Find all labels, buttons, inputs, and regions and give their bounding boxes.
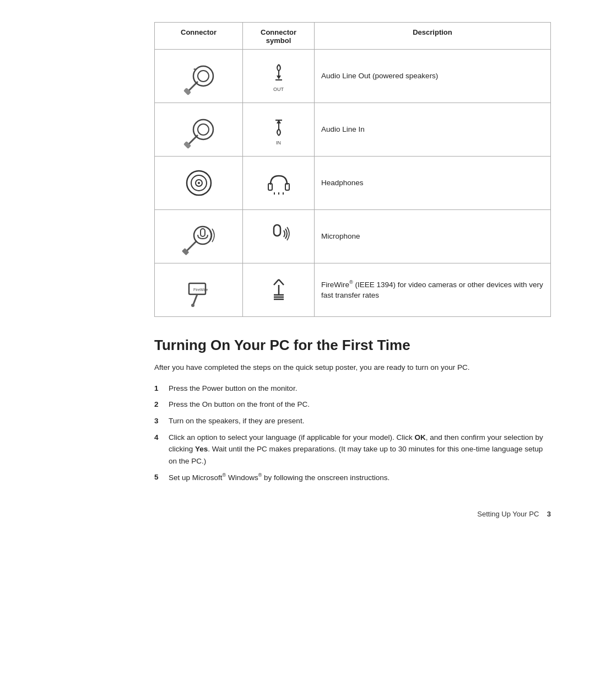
svg-point-34 [191,304,194,307]
list-item: 2 Press the On button on the front of th… [154,399,551,411]
page-footer: Setting Up Your PC 3 [154,510,551,518]
step-number: 3 [154,415,166,427]
symbol-cell-firewire [243,263,315,317]
svg-point-20 [198,182,200,184]
svg-line-36 [279,279,284,285]
step-text: Press the On button on the front of the … [169,399,551,411]
list-item: 1 Press the Power button on the monitor. [154,383,551,395]
svg-rect-29 [201,229,205,236]
desc-cell-firewire: FireWire® (IEEE 1394) for video cameras … [315,263,551,317]
symbol-cell-microphone [243,210,315,263]
header-connector: Connector [155,23,243,50]
svg-text:↙: ↙ [197,65,200,69]
svg-text:→: → [198,122,202,127]
svg-line-26 [186,241,197,252]
desc-cell-linein: Audio Line In [315,103,551,157]
svg-line-35 [274,279,279,285]
desc-cell-microphone: Microphone [315,210,551,263]
connector-cell-lineout: ⬅ ↙ [155,50,243,103]
section-title: Turning On Your PC for the First Time [154,337,551,354]
svg-line-33 [193,294,197,304]
steps-list: 1 Press the Power button on the monitor.… [154,383,551,484]
headphones-symbol-icon [264,168,294,198]
linein-connector-icon: → [177,107,221,152]
desc-cell-headphones: Headphones [315,157,551,210]
connector-cell-linein: → [155,103,243,157]
yes-bold: Yes [195,445,208,453]
svg-marker-7 [277,76,281,79]
list-item: 4 Click an option to select your languag… [154,432,551,467]
page-number: 3 [547,510,551,518]
step-text: Turn on the speakers, if they are presen… [169,415,551,427]
microphone-symbol-icon [264,222,294,251]
header-symbol: Connectorsymbol [243,23,315,50]
desc-cell-lineout: Audio Line Out (powered speakers) [315,50,551,103]
footer-text: Setting Up Your PC [477,510,539,518]
ok-bold: OK [414,433,425,441]
firewire-symbol-icon [264,275,294,305]
step-text: Click an option to select your language … [169,432,551,467]
header-description: Description [315,23,551,50]
firewire-connector-icon: FireWire [177,268,221,312]
connector-cell-microphone [155,210,243,263]
headphones-connector-icon [177,161,221,205]
linein-symbol-icon [266,114,292,140]
out-label: OUT [273,87,284,92]
step-number: 5 [154,471,166,483]
symbol-cell-linein: IN [243,103,315,157]
step-number: 1 [154,383,166,395]
svg-rect-30 [274,225,280,236]
lineout-symbol-icon [266,60,292,87]
svg-point-3 [198,71,209,82]
table-row: → IN [155,103,551,157]
step-number: 4 [154,432,166,444]
table-row: ⬅ ↙ [155,50,551,103]
symbol-cell-headphones [243,157,315,210]
step-text: Press the Power button on the monitor. [169,383,551,395]
intro-paragraph: After you have completed the steps on th… [154,362,551,374]
connector-table: Connector Connectorsymbol Description [154,22,551,317]
symbol-cell-lineout: OUT [243,50,315,103]
list-item: 3 Turn on the speakers, if they are pres… [154,415,551,427]
table-row: FireWire [155,263,551,317]
lineout-connector-icon: ⬅ ↙ [177,54,221,98]
connector-cell-firewire: FireWire [155,263,243,317]
microphone-connector-icon [177,214,221,259]
svg-point-11 [193,120,213,139]
step-number: 2 [154,399,166,411]
in-label: IN [276,140,281,146]
connector-cell-headphones [155,157,243,210]
list-item: 5 Set up Microsoft® Windows® by followin… [154,471,551,483]
page-content: Connector Connectorsymbol Description [154,22,551,518]
table-row: Headphones [155,157,551,210]
svg-text:FireWire: FireWire [193,288,208,292]
step-text: Set up Microsoft® Windows® by following … [169,471,551,483]
table-row: Microphone [155,210,551,263]
